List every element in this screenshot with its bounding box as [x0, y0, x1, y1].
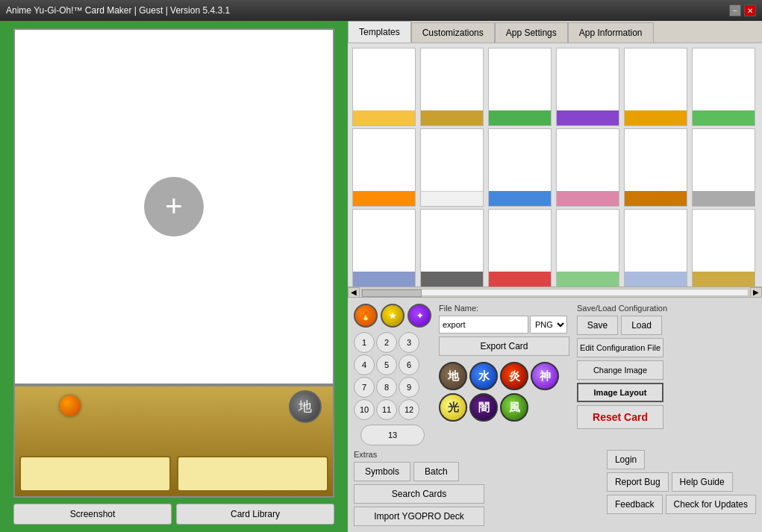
help-row: Report Bug Help Guide [607, 472, 756, 492]
num-9-button[interactable]: 9 [399, 377, 419, 398]
num-3-button[interactable]: 3 [399, 332, 419, 353]
center-controls: File Name: PNG JPG Export Card 地 [439, 304, 569, 422]
num-12-button[interactable]: 12 [399, 399, 419, 420]
edit-config-button[interactable]: Edit Configuration File [577, 338, 663, 357]
save-load-section: Save/Load Configuration Save Load Edit C… [577, 304, 667, 429]
batch-button[interactable]: Batch [413, 462, 459, 481]
num-7-button[interactable]: 7 [354, 377, 375, 398]
num-6-button[interactable]: 6 [399, 354, 419, 375]
check-updates-button[interactable]: Check for Updates [666, 495, 756, 514]
horizontal-scrollbar: ◀ ▶ [348, 287, 762, 297]
image-layout-button[interactable]: Image Layout [577, 383, 663, 402]
water-attr-button[interactable]: 水 [469, 362, 498, 390]
template-card[interactable] [352, 48, 416, 126]
card-library-button[interactable]: Card Library [176, 504, 334, 525]
num-10-button[interactable]: 10 [354, 399, 375, 420]
import-ygopro-button[interactable]: Import YGOPRO Deck [354, 507, 484, 526]
card-sphere [60, 395, 81, 416]
num-4-button[interactable]: 4 [354, 354, 375, 375]
template-card[interactable] [420, 209, 484, 287]
tab-bar: Templates Customizations App Settings Ap… [348, 21, 762, 43]
report-bug-button[interactable]: Report Bug [607, 472, 669, 492]
login-row: Login [607, 450, 756, 469]
window-title: Anime Yu-Gi-Oh!™ Card Maker | Guest | Ve… [6, 5, 230, 16]
title-bar: Anime Yu-Gi-Oh!™ Card Maker | Guest | Ve… [0, 0, 762, 21]
login-button[interactable]: Login [607, 450, 645, 469]
attr-top-row: 🔥 ★ ✦ [354, 304, 431, 328]
controls-row-2: Extras Symbols Batch Search Cards Import… [354, 450, 756, 526]
template-card[interactable] [556, 48, 619, 126]
num-8-button[interactable]: 8 [376, 377, 397, 398]
earth-attr-button[interactable]: 地 [439, 362, 467, 390]
wind-attr-button[interactable]: 風 [500, 393, 528, 422]
symbols-button[interactable]: Symbols [354, 462, 410, 481]
save-load-row: Save Load [577, 316, 667, 335]
template-card[interactable] [556, 128, 619, 207]
num-13-button[interactable]: 13 [360, 425, 425, 445]
filename-row: PNG JPG [439, 316, 569, 334]
card-text-box-1 [19, 456, 171, 492]
feedback-button[interactable]: Feedback [607, 495, 663, 514]
template-card[interactable] [352, 128, 416, 207]
template-card[interactable] [692, 209, 755, 287]
template-card[interactable] [692, 48, 755, 126]
template-card[interactable] [624, 48, 687, 126]
filename-input[interactable] [439, 316, 528, 334]
template-card[interactable] [420, 128, 484, 207]
num-11-button[interactable]: 11 [376, 399, 397, 420]
template-card[interactable] [556, 209, 619, 287]
fire-attr-button[interactable]: 🔥 [354, 304, 378, 328]
controls-row-1: 🔥 ★ ✦ 1 2 3 4 5 6 7 8 9 10 [354, 304, 756, 445]
num-5-button[interactable]: 5 [376, 354, 397, 375]
template-card[interactable] [692, 128, 755, 207]
template-card[interactable] [488, 209, 552, 287]
tab-customizations[interactable]: Customizations [411, 22, 495, 43]
extras-label: Extras [354, 450, 484, 459]
tab-app-settings[interactable]: App Settings [495, 22, 568, 43]
card-emblem: 地 [289, 390, 322, 423]
template-card[interactable] [352, 209, 416, 287]
filename-label: File Name: [439, 304, 569, 313]
right-bottom-section: Login Report Bug Help Guide Feedback Che… [607, 450, 756, 514]
num-1-button[interactable]: 1 [354, 332, 375, 353]
template-card[interactable] [624, 209, 687, 287]
template-card[interactable] [488, 48, 552, 126]
attr-section: 🔥 ★ ✦ 1 2 3 4 5 6 7 8 9 10 [354, 304, 431, 445]
template-card[interactable] [420, 48, 484, 126]
card-bottom: 地 [13, 385, 334, 498]
spell-attr-button[interactable]: ✦ [407, 304, 431, 328]
format-select[interactable]: PNG JPG [530, 316, 567, 334]
save-button[interactable]: Save [577, 316, 618, 335]
templates-area [348, 43, 762, 287]
dark-attr-button[interactable]: 闇 [469, 393, 498, 422]
extras-section: Extras Symbols Batch Search Cards Import… [354, 450, 484, 526]
search-cards-button[interactable]: Search Cards [354, 484, 484, 504]
tab-templates[interactable]: Templates [348, 21, 411, 43]
star-attr-button[interactable]: ★ [381, 304, 405, 328]
add-image-button[interactable]: + [144, 177, 204, 237]
scroll-right-button[interactable]: ▶ [750, 287, 762, 298]
help-guide-button[interactable]: Help Guide [672, 472, 733, 492]
load-button[interactable]: Load [621, 316, 662, 335]
num-2-button[interactable]: 2 [376, 332, 397, 353]
scroll-left-button[interactable]: ◀ [348, 287, 360, 298]
divine-attr-button[interactable]: 神 [531, 362, 559, 390]
scroll-track[interactable] [361, 289, 749, 296]
fire-attr-button-2[interactable]: 炎 [500, 362, 528, 390]
minimize-button[interactable]: − [729, 4, 741, 16]
export-card-button[interactable]: Export Card [439, 337, 569, 356]
tab-app-information[interactable]: App Information [568, 22, 654, 43]
right-panel: Templates Customizations App Settings Ap… [348, 21, 762, 532]
number-grid: 1 2 3 4 5 6 7 8 9 10 11 12 [354, 332, 431, 420]
template-card[interactable] [488, 128, 552, 207]
close-button[interactable]: ✕ [744, 4, 756, 16]
light-attr-button[interactable]: 光 [439, 393, 467, 422]
main-container: + 地 Screenshot Card Library Templates Cu… [0, 21, 762, 532]
card-text-box-2 [177, 456, 328, 492]
screenshot-button[interactable]: Screenshot [13, 504, 172, 525]
reset-card-button[interactable]: Reset Card [577, 405, 663, 429]
template-card[interactable] [624, 128, 687, 207]
change-image-button[interactable]: Change Image [577, 360, 663, 380]
scroll-thumb[interactable] [362, 290, 422, 297]
filename-section: File Name: PNG JPG Export Card [439, 304, 569, 356]
